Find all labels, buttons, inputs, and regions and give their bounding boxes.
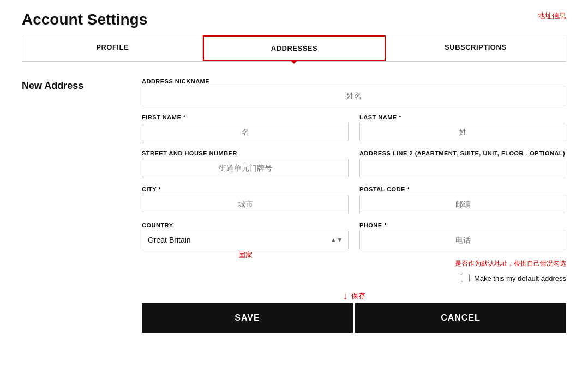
checkbox-row: Make this my default address xyxy=(142,274,566,282)
group-firstname: FIRST NAME * xyxy=(142,114,349,141)
input-lastname[interactable] xyxy=(359,123,566,141)
select-country[interactable]: Great Britain United States France Germa… xyxy=(142,231,349,249)
default-address-label: Make this my default address xyxy=(474,274,566,282)
label-address2: ADDRESS LINE 2 (APARTMENT, SUITE, UNIT, … xyxy=(359,150,566,157)
label-phone: PHONE * xyxy=(359,222,566,228)
group-nickname: ADDRESS NICKNAME xyxy=(142,78,566,105)
buttons-row: SAVE CANCEL xyxy=(142,303,566,333)
label-postal: POSTAL CODE * xyxy=(359,186,566,192)
group-postal: POSTAL CODE * xyxy=(359,186,566,213)
tab-profile[interactable]: PROFILE xyxy=(22,35,203,61)
group-lastname: LAST NAME * xyxy=(359,114,566,141)
default-address-checkbox[interactable] xyxy=(461,274,470,282)
input-street[interactable] xyxy=(142,159,349,177)
form-area: ADDRESS NICKNAME FIRST NAME * LAST NAME … xyxy=(142,78,566,333)
country-select-wrapper: Great Britain United States France Germa… xyxy=(142,231,349,249)
group-street: STREET AND HOUSE NUMBER xyxy=(142,150,349,177)
label-lastname: LAST NAME * xyxy=(359,114,566,121)
cancel-button[interactable]: CANCEL xyxy=(355,303,566,333)
label-city: CITY * xyxy=(142,186,349,192)
group-address2: ADDRESS LINE 2 (APARTMENT, SUITE, UNIT, … xyxy=(359,150,566,177)
input-postal[interactable] xyxy=(359,195,566,213)
save-button[interactable]: SAVE xyxy=(142,303,353,333)
address-info-label: 地址信息 xyxy=(538,11,566,21)
page-title: Account Settings xyxy=(22,11,147,28)
input-address2[interactable] xyxy=(359,159,566,177)
row-names: FIRST NAME * LAST NAME * xyxy=(142,114,566,141)
tabs-bar: PROFILE ADDRESSES SUBSCRIPTIONS xyxy=(22,35,566,62)
row-city-postal: CITY * POSTAL CODE * xyxy=(142,186,566,213)
section-title: New Address xyxy=(22,78,120,333)
default-hint: 是否作为默认地址，根据自己情况勾选 xyxy=(142,259,566,268)
save-hint-text: 保存 xyxy=(351,291,365,301)
tab-addresses[interactable]: ADDRESSES xyxy=(203,35,385,61)
country-hint: 国家 xyxy=(238,250,253,260)
phone-input-wrapper xyxy=(359,231,566,249)
input-phone[interactable] xyxy=(359,231,566,249)
default-address-section: 是否作为默认地址，根据自己情况勾选 Make this my default a… xyxy=(142,259,566,282)
input-nickname[interactable] xyxy=(142,87,566,105)
label-nickname: ADDRESS NICKNAME xyxy=(142,78,566,85)
header-row: Account Settings 地址信息 xyxy=(22,11,566,33)
group-country: COUNTRY Great Britain United States Fran… xyxy=(142,222,349,249)
save-hint-row: ↓ 保存 xyxy=(142,291,566,301)
tab-subscriptions[interactable]: SUBSCRIPTIONS xyxy=(386,35,566,61)
label-street: STREET AND HOUSE NUMBER xyxy=(142,150,349,157)
input-firstname[interactable] xyxy=(142,123,349,141)
group-city: CITY * xyxy=(142,186,349,213)
group-phone: PHONE * xyxy=(359,222,566,249)
content-area: New Address ADDRESS NICKNAME FIRST NAME … xyxy=(22,78,566,333)
row-nickname: ADDRESS NICKNAME xyxy=(142,78,566,105)
label-country: COUNTRY xyxy=(142,222,349,228)
row-country-phone: COUNTRY Great Britain United States Fran… xyxy=(142,222,566,249)
label-firstname: FIRST NAME * xyxy=(142,114,349,121)
down-arrow-icon: ↓ xyxy=(343,291,348,301)
page-wrapper: Account Settings 地址信息 PROFILE ADDRESSES … xyxy=(0,0,588,354)
row-street: STREET AND HOUSE NUMBER ADDRESS LINE 2 (… xyxy=(142,150,566,177)
input-city[interactable] xyxy=(142,195,349,213)
